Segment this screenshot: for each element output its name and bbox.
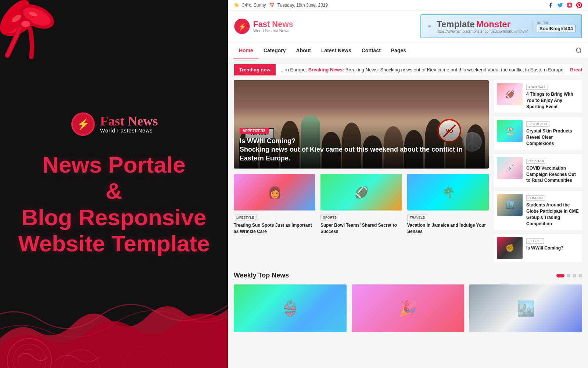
main-nav: Home Category About Latest News Contact … bbox=[228, 42, 588, 59]
weekly-dot-4[interactable] bbox=[578, 274, 582, 277]
top-bar-info: ☀️ 34°c, Sunny 📅 Tuesday, 18th June, 201… bbox=[234, 3, 328, 8]
trending-breaking-2: Breaking News: bbox=[570, 67, 582, 72]
site-header: ⚡ Fast News World Fastest News 👾 Templat… bbox=[228, 11, 588, 42]
weekly-header: Weekly Top News bbox=[234, 272, 582, 279]
svg-text:⚡: ⚡ bbox=[76, 118, 89, 130]
featured-title: Is WWIII Coming? Shocking news out of Ki… bbox=[240, 137, 483, 163]
left-logo-subtitle: World Fastest News bbox=[100, 128, 158, 134]
featured-category: APPETIZERS bbox=[240, 128, 269, 134]
weekly-card-img-1: 🎉 bbox=[352, 284, 465, 332]
sidebar-article-1[interactable]: 🏖️ SEA BEACH Crystal Skin Products Revea… bbox=[494, 117, 582, 149]
weekly-dot-2[interactable] bbox=[567, 274, 570, 277]
social-icons bbox=[548, 2, 582, 8]
trending-label: Trending now bbox=[234, 64, 276, 75]
sidebar-tag-2: COVID-19 bbox=[526, 159, 546, 164]
sidebar-title-0: 4 Things to Bring With You to Enjoy Any … bbox=[526, 91, 579, 110]
small-article-img-1: 🏈 bbox=[320, 174, 402, 210]
sidebar-img-2: 💉 bbox=[497, 157, 523, 179]
banner-author: SoulKnight404 bbox=[537, 25, 576, 32]
search-icon[interactable] bbox=[576, 47, 582, 54]
sidebar-tag-1: SEA BEACH bbox=[526, 121, 549, 127]
svg-point-6 bbox=[21, 21, 30, 27]
small-article-img-0: 👩 bbox=[234, 174, 315, 210]
sidebar-title-1: Crystal Skin Products Reveal Clear Compl… bbox=[526, 128, 579, 146]
nav-item-category[interactable]: Category bbox=[258, 42, 291, 59]
instagram-icon[interactable] bbox=[567, 2, 573, 8]
wave-decoration bbox=[0, 265, 228, 368]
sidebar-tag-4: PEOPLE bbox=[526, 238, 544, 244]
sidebar-tag-0: FOOTBALL bbox=[526, 85, 548, 90]
weekly-card-0[interactable]: 👙 bbox=[234, 284, 347, 332]
right-panel: ☀️ 34°c, Sunny 📅 Tuesday, 18th June, 201… bbox=[228, 0, 588, 368]
trending-breaking-1: Breaking News: bbox=[308, 67, 344, 72]
small-article-cat-2: TRAVELS bbox=[407, 215, 427, 220]
facebook-icon[interactable] bbox=[548, 2, 553, 8]
left-panel: ⚡ Fast News World Fastest News News Port… bbox=[0, 0, 228, 368]
banner-url: https://www.templatemonster.com/author/s… bbox=[437, 29, 528, 33]
header-banner[interactable]: 👾 Template Monster https://www.templatem… bbox=[420, 14, 582, 38]
small-article-1[interactable]: 🏈 SPORTS Super Bowl Teams' Shared Secret… bbox=[320, 174, 402, 235]
small-article-title-1: Super Bowl Teams' Shared Secret to Succe… bbox=[320, 222, 402, 235]
weekly-card-2[interactable]: 🏙️ bbox=[469, 284, 582, 332]
small-articles-grid: 👩 LIFESTYLE Treating Sun Spots Just as I… bbox=[234, 174, 489, 235]
trending-bar: Trending now ...rn Europe. Breaking News… bbox=[234, 64, 582, 76]
weekly-dot-3[interactable] bbox=[573, 274, 576, 277]
sidebar-article-2[interactable]: 💉 COVID-19 COVID Vaccination Campaign Re… bbox=[494, 154, 582, 187]
sidebar-article-0[interactable]: 🏈 FOOTBALL 4 Things to Bring With You to… bbox=[494, 80, 582, 113]
weekly-card-1[interactable]: 🎉 bbox=[352, 284, 465, 332]
weather-icon: ☀️ bbox=[234, 3, 239, 8]
left-heading: News Portale & Blog Responsive Website T… bbox=[11, 152, 216, 256]
svg-point-23 bbox=[576, 48, 581, 52]
sidebar-img-0: 🏈 bbox=[497, 83, 523, 105]
nav-item-pages[interactable]: Pages bbox=[386, 42, 411, 59]
pinterest-icon[interactable] bbox=[576, 2, 582, 8]
nav-items-list: Home Category About Latest News Contact … bbox=[234, 42, 411, 59]
sidebar-article-3[interactable]: 🏙️ LONDON Students Around the Globe Part… bbox=[494, 191, 582, 230]
weekly-card-img-0: 👙 bbox=[234, 284, 347, 332]
banner-template: Template bbox=[437, 19, 475, 29]
sidebar-img-4: ✊ bbox=[497, 237, 523, 259]
sidebar-title-3: Students Around the Globe Participate in… bbox=[526, 202, 579, 227]
small-article-title-0: Treating Sun Spots Just as Important as … bbox=[234, 222, 315, 235]
monster-logo-icon: 👾 bbox=[427, 17, 432, 36]
weekly-pagination bbox=[556, 274, 582, 277]
small-article-0[interactable]: 👩 LIFESTYLE Treating Sun Spots Just as I… bbox=[234, 174, 315, 235]
weather-text: 34°c, Sunny bbox=[242, 3, 266, 8]
weekly-grid: 👙 🎉 🏙️ bbox=[234, 284, 582, 332]
svg-text:👾: 👾 bbox=[428, 25, 431, 28]
banner-monster: Monster bbox=[476, 19, 510, 29]
header-logo-icon: ⚡ bbox=[234, 18, 250, 35]
sidebar-article-4[interactable]: ✊ PEOPLE Is WWIII Coming? bbox=[494, 234, 582, 262]
small-article-cat-0: LIFESTYLE bbox=[234, 215, 257, 220]
articles-column: NO WAR NO A bbox=[234, 80, 489, 266]
sidebar-img-1: 🏖️ bbox=[497, 120, 523, 142]
nav-item-contact[interactable]: Contact bbox=[356, 42, 386, 59]
left-logo-title: Fast News bbox=[100, 114, 158, 128]
bow-decoration bbox=[0, 0, 70, 70]
small-article-2[interactable]: 🌴 TRAVELS Vacation in Jamaica and Indulg… bbox=[407, 174, 489, 235]
left-logo-icon: ⚡ bbox=[70, 111, 96, 137]
small-article-title-2: Vacation in Jamaica and Indulge Your Sen… bbox=[407, 222, 489, 235]
banner-author-label: author bbox=[537, 20, 576, 25]
site-tagline: World Fastest News bbox=[253, 28, 293, 33]
top-bar: ☀️ 34°c, Sunny 📅 Tuesday, 18th June, 201… bbox=[228, 0, 588, 11]
sidebar-title-2: COVID Vaccination Campaign Reaches Out t… bbox=[526, 165, 579, 184]
nav-item-latest-news[interactable]: Latest News bbox=[316, 42, 356, 59]
header-logo[interactable]: ⚡ Fast News World Fastest News bbox=[234, 18, 293, 35]
left-main-content: ⚡ Fast News World Fastest News News Port… bbox=[11, 111, 216, 256]
small-article-img-2: 🌴 bbox=[407, 174, 489, 210]
site-name: Fast News bbox=[253, 20, 293, 28]
main-content: NO WAR NO A bbox=[228, 80, 588, 266]
twitter-icon[interactable] bbox=[557, 2, 563, 8]
date-icon: 📅 bbox=[269, 3, 275, 8]
nav-item-about[interactable]: About bbox=[291, 42, 316, 59]
trending-text: ...rn Europe. Breaking News: Breaking Ne… bbox=[276, 64, 582, 75]
nav-item-home[interactable]: Home bbox=[234, 42, 258, 59]
trending-content: Breaking News: Shocking news out of Kiev… bbox=[345, 67, 565, 72]
weekly-card-img-2: 🏙️ bbox=[469, 284, 582, 332]
weekly-section: Weekly Top News 👙 🎉 🏙️ bbox=[228, 266, 588, 332]
content-grid: NO WAR NO A bbox=[234, 80, 582, 266]
sidebar: 🏈 FOOTBALL 4 Things to Bring With You to… bbox=[494, 80, 582, 266]
featured-article[interactable]: NO WAR NO A bbox=[234, 80, 489, 169]
weekly-dot-1[interactable] bbox=[556, 274, 564, 277]
